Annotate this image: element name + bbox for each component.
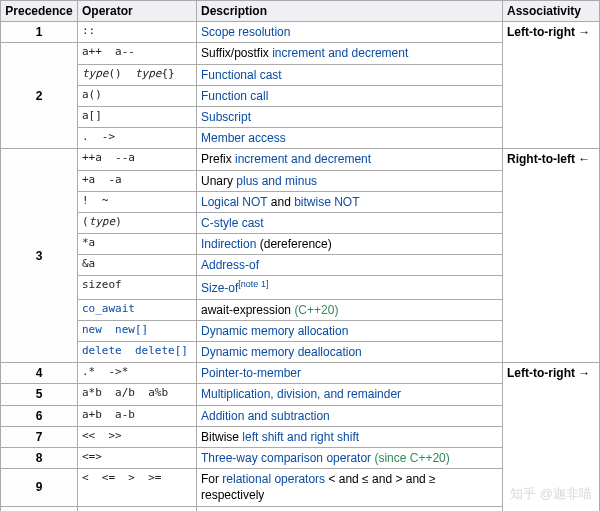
function-call-link[interactable]: Function call (201, 89, 268, 103)
description-cell: Addition and subtraction (197, 405, 503, 426)
description-cell: Address-of (197, 255, 503, 276)
precedence-table: Precedence Operator Description Associat… (0, 0, 600, 511)
precedence-cell: 4 (1, 363, 78, 384)
new-link[interactable]: Dynamic memory allocation (201, 324, 348, 338)
spaceship-link[interactable]: Three-way comparison operator (201, 451, 371, 465)
description-cell: Dynamic memory allocation (197, 320, 503, 341)
inc-dec-link[interactable]: increment and decrement (272, 46, 408, 60)
mul-div-rem-link[interactable]: Multiplication, division, and remainder (201, 387, 401, 401)
precedence-cell: 3 (1, 149, 78, 363)
operator-cell: << >> (78, 426, 197, 447)
description-cell: Unary plus and minus (197, 170, 503, 191)
operator-cell: .* ->* (78, 363, 197, 384)
operator-cell: . -> (78, 128, 197, 149)
description-cell: Bitwise left shift and right shift (197, 426, 503, 447)
ptr-to-member-link[interactable]: Pointer-to-member (201, 366, 301, 380)
col-description: Description (197, 1, 503, 22)
associativity-cell: Left-to-right → (503, 22, 600, 149)
member-access-link[interactable]: Member access (201, 131, 286, 145)
description-cell: Functional cast (197, 64, 503, 85)
note-1-ref[interactable]: [note 1] (238, 279, 268, 289)
description-cell: Indirection (dereference) (197, 234, 503, 255)
table-row: 1 :: Scope resolution Left-to-right → (1, 22, 600, 43)
col-precedence: Precedence (1, 1, 78, 22)
operator-cell: +a -a (78, 170, 197, 191)
operator-cell: (type) (78, 212, 197, 233)
shift-link[interactable]: left shift and right shift (242, 430, 359, 444)
indirection-link[interactable]: Indirection (201, 237, 256, 251)
operator-cell: sizeof (78, 276, 197, 299)
precedence-cell: 8 (1, 447, 78, 468)
text: and (267, 195, 294, 209)
operator-cell: <=> (78, 447, 197, 468)
col-operator: Operator (78, 1, 197, 22)
description-cell: Suffix/postfix increment and decrement (197, 43, 503, 64)
operator-cell: ! ~ (78, 191, 197, 212)
since-cpp20-label: (C++20) (294, 303, 338, 317)
header-row: Precedence Operator Description Associat… (1, 1, 600, 22)
text: await-expression (201, 303, 294, 317)
inc-dec-link[interactable]: increment and decrement (235, 152, 371, 166)
text: For (201, 472, 222, 486)
description-cell: C-style cast (197, 212, 503, 233)
sizeof-link[interactable]: Size-of (201, 281, 238, 295)
description-cell: Pointer-to-member (197, 363, 503, 384)
bitwise-not-link[interactable]: bitwise NOT (294, 195, 359, 209)
description-cell: Logical NOT and bitwise NOT (197, 191, 503, 212)
scope-resolution-link[interactable]: Scope resolution (201, 25, 290, 39)
precedence-cell: 9 (1, 469, 78, 506)
precedence-cell: 7 (1, 426, 78, 447)
address-of-link[interactable]: Address-of (201, 258, 259, 272)
operator-cell: *a (78, 234, 197, 255)
col-associativity: Associativity (503, 1, 600, 22)
description-cell: Multiplication, division, and remainder (197, 384, 503, 405)
logical-not-link[interactable]: Logical NOT (201, 195, 267, 209)
add-sub-link[interactable]: Addition and subtraction (201, 409, 330, 423)
precedence-cell: 5 (1, 384, 78, 405)
operator-cell: co_await (78, 299, 197, 320)
operator-cell: a++ a-- (78, 43, 197, 64)
description-cell: For relational operators < and ≤ and > a… (197, 469, 503, 506)
new-keyword: new new[] (82, 323, 148, 336)
associativity-cell: Left-to-right → (503, 363, 600, 511)
text: Prefix (201, 152, 235, 166)
description-cell: Function call (197, 85, 503, 106)
right-to-left-label: Right-to-left ← (507, 152, 590, 166)
description-cell: Size-of[note 1] (197, 276, 503, 299)
associativity-cell: Right-to-left ← (503, 149, 600, 363)
description-cell: For equality operators = and ≠ respectiv… (197, 506, 503, 511)
c-style-cast-link[interactable]: C-style cast (201, 216, 264, 230)
subscript-link[interactable]: Subscript (201, 110, 251, 124)
delete-link[interactable]: Dynamic memory deallocation (201, 345, 362, 359)
operator-cell: new new[] (78, 320, 197, 341)
left-to-right-label: Left-to-right → (507, 366, 590, 380)
table-row: 3 ++a --a Prefix increment and decrement… (1, 149, 600, 170)
description-cell: Subscript (197, 106, 503, 127)
description-cell: Prefix increment and decrement (197, 149, 503, 170)
description-cell: Three-way comparison operator (since C++… (197, 447, 503, 468)
operator-cell: &a (78, 255, 197, 276)
description-cell: Scope resolution (197, 22, 503, 43)
text: Bitwise (201, 430, 242, 444)
operator-cell: delete delete[] (78, 342, 197, 363)
relational-link[interactable]: relational operators (222, 472, 325, 486)
operator-cell: a*b a/b a%b (78, 384, 197, 405)
since-cpp20-label: (since C++20) (374, 451, 449, 465)
operator-cell: :: (78, 22, 197, 43)
operator-cell: type() type{} (78, 64, 197, 85)
operator-cell: ++a --a (78, 149, 197, 170)
left-to-right-label: Left-to-right → (507, 25, 590, 39)
plus-minus-link[interactable]: plus and minus (236, 174, 317, 188)
text: Unary (201, 174, 236, 188)
functional-cast-link[interactable]: Functional cast (201, 68, 282, 82)
operator-cell: == != (78, 506, 197, 511)
precedence-cell: 2 (1, 43, 78, 149)
operator-cell: a() (78, 85, 197, 106)
precedence-cell: 1 (1, 22, 78, 43)
precedence-cell: 10 (1, 506, 78, 511)
operator-cell: a+b a-b (78, 405, 197, 426)
delete-keyword: delete delete[] (82, 344, 188, 357)
description-cell: Dynamic memory deallocation (197, 342, 503, 363)
description-cell: await-expression (C++20) (197, 299, 503, 320)
co-await-keyword: co_await (82, 302, 135, 315)
